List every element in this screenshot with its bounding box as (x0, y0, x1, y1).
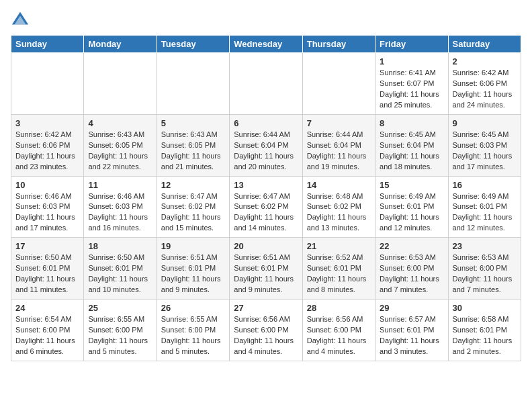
day-number: 1 (380, 56, 443, 66)
day-header-friday: Friday (375, 36, 448, 53)
calendar-cell (11, 53, 84, 115)
cell-info: Sunrise: 6:47 AM Sunset: 6:02 PM Dayligh… (234, 191, 298, 234)
week-row-3: 10Sunrise: 6:46 AM Sunset: 6:03 PM Dayli… (11, 176, 521, 238)
cell-info: Sunrise: 6:47 AM Sunset: 6:02 PM Dayligh… (161, 191, 225, 234)
cell-info: Sunrise: 6:41 AM Sunset: 6:07 PM Dayligh… (380, 68, 443, 111)
cell-info: Sunrise: 6:49 AM Sunset: 6:01 PM Dayligh… (453, 191, 517, 234)
calendar-cell: 10Sunrise: 6:46 AM Sunset: 6:03 PM Dayli… (11, 176, 84, 238)
day-number: 4 (88, 118, 152, 128)
cell-info: Sunrise: 6:56 AM Sunset: 6:00 PM Dayligh… (234, 314, 298, 357)
calendar-cell: 21Sunrise: 6:52 AM Sunset: 6:01 PM Dayli… (302, 238, 375, 300)
day-number: 26 (161, 303, 225, 313)
cell-info: Sunrise: 6:44 AM Sunset: 6:04 PM Dayligh… (307, 130, 371, 173)
calendar-cell: 3Sunrise: 6:42 AM Sunset: 6:06 PM Daylig… (11, 114, 84, 176)
day-number: 18 (88, 241, 152, 251)
cell-info: Sunrise: 6:55 AM Sunset: 6:00 PM Dayligh… (161, 314, 225, 357)
cell-info: Sunrise: 6:43 AM Sunset: 6:05 PM Dayligh… (88, 130, 152, 173)
calendar-cell: 7Sunrise: 6:44 AM Sunset: 6:04 PM Daylig… (302, 114, 375, 176)
calendar-cell: 11Sunrise: 6:46 AM Sunset: 6:03 PM Dayli… (84, 176, 157, 238)
cell-info: Sunrise: 6:42 AM Sunset: 6:06 PM Dayligh… (453, 68, 517, 111)
day-number: 9 (453, 118, 517, 128)
calendar-cell: 16Sunrise: 6:49 AM Sunset: 6:01 PM Dayli… (448, 176, 521, 238)
header-row: SundayMondayTuesdayWednesdayThursdayFrid… (11, 36, 521, 53)
calendar-cell (230, 53, 302, 115)
calendar-cell: 30Sunrise: 6:58 AM Sunset: 6:01 PM Dayli… (448, 300, 521, 361)
cell-info: Sunrise: 6:55 AM Sunset: 6:00 PM Dayligh… (88, 314, 152, 357)
day-header-wednesday: Wednesday (230, 36, 302, 53)
day-number: 17 (15, 241, 79, 251)
cell-info: Sunrise: 6:54 AM Sunset: 6:00 PM Dayligh… (15, 314, 79, 357)
cell-info: Sunrise: 6:48 AM Sunset: 6:02 PM Dayligh… (307, 191, 371, 234)
cell-info: Sunrise: 6:44 AM Sunset: 6:04 PM Dayligh… (234, 130, 298, 173)
cell-info: Sunrise: 6:43 AM Sunset: 6:05 PM Dayligh… (161, 130, 225, 173)
cell-info: Sunrise: 6:57 AM Sunset: 6:01 PM Dayligh… (380, 314, 443, 357)
calendar-cell: 15Sunrise: 6:49 AM Sunset: 6:01 PM Dayli… (375, 176, 448, 238)
calendar-cell: 6Sunrise: 6:44 AM Sunset: 6:04 PM Daylig… (230, 114, 302, 176)
day-number: 2 (453, 56, 517, 66)
cell-info: Sunrise: 6:46 AM Sunset: 6:03 PM Dayligh… (15, 191, 79, 234)
calendar-cell: 1Sunrise: 6:41 AM Sunset: 6:07 PM Daylig… (375, 53, 448, 115)
day-header-monday: Monday (84, 36, 157, 53)
day-number: 12 (161, 180, 225, 190)
cell-info: Sunrise: 6:46 AM Sunset: 6:03 PM Dayligh… (88, 191, 152, 234)
day-number: 16 (453, 180, 517, 190)
day-number: 14 (307, 180, 371, 190)
day-header-thursday: Thursday (302, 36, 375, 53)
day-number: 27 (234, 303, 298, 313)
calendar-cell: 26Sunrise: 6:55 AM Sunset: 6:00 PM Dayli… (157, 300, 229, 361)
calendar-table: SundayMondayTuesdayWednesdayThursdayFrid… (11, 35, 521, 361)
calendar-cell: 19Sunrise: 6:51 AM Sunset: 6:01 PM Dayli… (157, 238, 229, 300)
cell-info: Sunrise: 6:49 AM Sunset: 6:01 PM Dayligh… (380, 191, 443, 234)
cell-info: Sunrise: 6:51 AM Sunset: 6:01 PM Dayligh… (234, 253, 298, 295)
calendar-cell: 25Sunrise: 6:55 AM Sunset: 6:00 PM Dayli… (84, 300, 157, 361)
cell-info: Sunrise: 6:58 AM Sunset: 6:01 PM Dayligh… (453, 314, 517, 357)
week-row-2: 3Sunrise: 6:42 AM Sunset: 6:06 PM Daylig… (11, 114, 521, 176)
day-number: 10 (15, 180, 79, 190)
calendar-cell: 17Sunrise: 6:50 AM Sunset: 6:01 PM Dayli… (11, 238, 84, 300)
day-number: 20 (234, 241, 298, 251)
calendar-cell: 23Sunrise: 6:53 AM Sunset: 6:00 PM Dayli… (448, 238, 521, 300)
week-row-4: 17Sunrise: 6:50 AM Sunset: 6:01 PM Dayli… (11, 238, 521, 300)
day-number: 13 (234, 180, 298, 190)
calendar-cell: 13Sunrise: 6:47 AM Sunset: 6:02 PM Dayli… (230, 176, 302, 238)
day-number: 7 (307, 118, 371, 128)
cell-info: Sunrise: 6:45 AM Sunset: 6:03 PM Dayligh… (453, 130, 517, 173)
cell-info: Sunrise: 6:50 AM Sunset: 6:01 PM Dayligh… (15, 253, 79, 295)
calendar-cell: 2Sunrise: 6:42 AM Sunset: 6:06 PM Daylig… (448, 53, 521, 115)
day-number: 28 (307, 303, 371, 313)
day-number: 5 (161, 118, 225, 128)
calendar-cell: 5Sunrise: 6:43 AM Sunset: 6:05 PM Daylig… (157, 114, 229, 176)
calendar-cell (157, 53, 229, 115)
calendar-cell: 12Sunrise: 6:47 AM Sunset: 6:02 PM Dayli… (157, 176, 229, 238)
calendar-cell: 20Sunrise: 6:51 AM Sunset: 6:01 PM Dayli… (230, 238, 302, 300)
day-number: 3 (15, 118, 79, 128)
cell-info: Sunrise: 6:45 AM Sunset: 6:04 PM Dayligh… (380, 130, 443, 173)
day-number: 29 (380, 303, 443, 313)
day-number: 24 (15, 303, 79, 313)
cell-info: Sunrise: 6:42 AM Sunset: 6:06 PM Dayligh… (15, 130, 79, 173)
calendar-cell: 4Sunrise: 6:43 AM Sunset: 6:05 PM Daylig… (84, 114, 157, 176)
day-number: 25 (88, 303, 152, 313)
calendar-cell: 9Sunrise: 6:45 AM Sunset: 6:03 PM Daylig… (448, 114, 521, 176)
logo-icon (11, 11, 30, 30)
logo (11, 11, 32, 30)
cell-info: Sunrise: 6:53 AM Sunset: 6:00 PM Dayligh… (453, 253, 517, 295)
calendar-cell: 18Sunrise: 6:50 AM Sunset: 6:01 PM Dayli… (84, 238, 157, 300)
calendar-cell (302, 53, 375, 115)
day-number: 21 (307, 241, 371, 251)
day-number: 23 (453, 241, 517, 251)
calendar-cell: 22Sunrise: 6:53 AM Sunset: 6:00 PM Dayli… (375, 238, 448, 300)
day-number: 8 (380, 118, 443, 128)
day-number: 15 (380, 180, 443, 190)
page-header (11, 11, 521, 30)
calendar-cell: 28Sunrise: 6:56 AM Sunset: 6:00 PM Dayli… (302, 300, 375, 361)
calendar-cell: 14Sunrise: 6:48 AM Sunset: 6:02 PM Dayli… (302, 176, 375, 238)
calendar-cell (84, 53, 157, 115)
cell-info: Sunrise: 6:50 AM Sunset: 6:01 PM Dayligh… (88, 253, 152, 295)
cell-info: Sunrise: 6:53 AM Sunset: 6:00 PM Dayligh… (380, 253, 443, 295)
day-number: 6 (234, 118, 298, 128)
calendar-cell: 27Sunrise: 6:56 AM Sunset: 6:00 PM Dayli… (230, 300, 302, 361)
calendar-cell: 24Sunrise: 6:54 AM Sunset: 6:00 PM Dayli… (11, 300, 84, 361)
day-number: 22 (380, 241, 443, 251)
day-header-saturday: Saturday (448, 36, 521, 53)
